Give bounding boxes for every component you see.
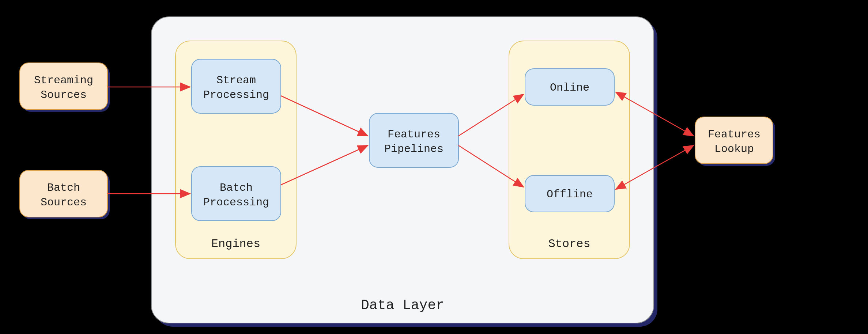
node-batch-processing: Batch Processing: [192, 167, 281, 221]
svg-text:Stream: Stream: [216, 74, 256, 87]
node-stream-processing: Stream Processing: [192, 59, 281, 113]
stores-caption: Stores: [548, 237, 590, 251]
architecture-diagram: Data Layer Engines Stores Streaming Sour…: [0, 0, 868, 334]
svg-text:Processing: Processing: [203, 196, 269, 209]
svg-text:Online: Online: [550, 81, 589, 94]
svg-text:Pipelines: Pipelines: [384, 143, 444, 155]
engines-caption: Engines: [211, 237, 260, 251]
svg-text:Batch: Batch: [47, 182, 80, 194]
svg-text:Batch: Batch: [220, 182, 253, 194]
node-online: Online: [525, 69, 614, 105]
node-streaming-sources: Streaming Sources: [20, 63, 110, 112]
svg-text:Processing: Processing: [203, 89, 269, 101]
svg-text:Lookup: Lookup: [714, 143, 754, 155]
svg-text:Offline: Offline: [547, 188, 593, 201]
node-offline: Offline: [525, 175, 614, 212]
svg-text:Sources: Sources: [41, 89, 87, 101]
svg-text:Features: Features: [388, 128, 440, 141]
node-features-pipelines: Features Pipelines: [369, 113, 458, 167]
data-layer-caption: Data Layer: [361, 297, 444, 313]
svg-text:Sources: Sources: [41, 196, 87, 209]
node-batch-sources: Batch Sources: [20, 170, 110, 219]
node-features-lookup: Features Lookup: [695, 117, 775, 166]
svg-text:Streaming: Streaming: [34, 74, 93, 87]
svg-text:Features: Features: [708, 128, 761, 141]
